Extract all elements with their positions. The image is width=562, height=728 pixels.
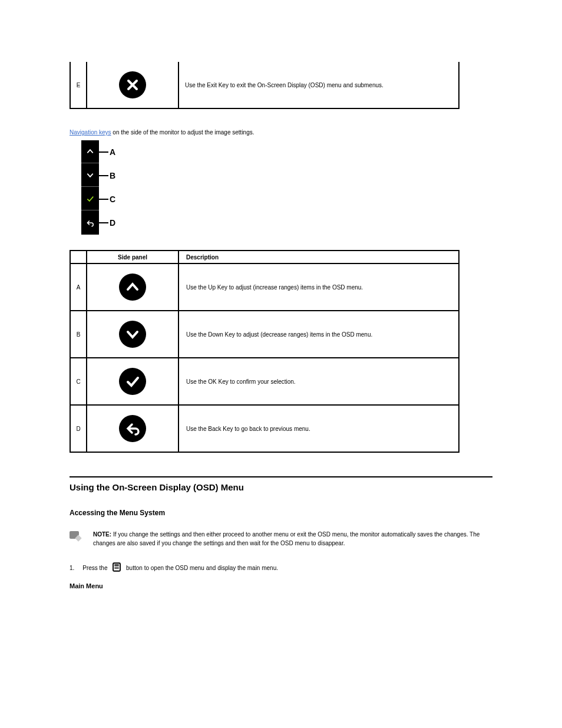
table-row: B Use the Down Key to adjust (decrease r… xyxy=(70,311,459,358)
divider xyxy=(70,476,492,477)
osd-side-figure: A B C D xyxy=(81,140,120,239)
table-row: D Use the Back Key to go back to previou… xyxy=(70,405,459,452)
svg-rect-1 xyxy=(115,565,120,566)
close-icon xyxy=(119,71,146,98)
sub-title: Accessing the Menu System xyxy=(70,509,562,517)
chevron-down-icon xyxy=(86,171,94,179)
nav-head-desc: Description xyxy=(178,251,459,263)
menu-button-icon xyxy=(111,562,122,575)
table-row: A Use the Up Key to adjust (increase ran… xyxy=(70,263,459,311)
row-letter-e: E xyxy=(70,62,87,108)
exit-desc: Use the Exit Key to exit the On-Screen D… xyxy=(178,62,459,108)
chevron-down-icon xyxy=(119,321,146,348)
exit-icon-cell xyxy=(87,62,178,108)
nav-head-panel: Side panel xyxy=(87,251,178,263)
chevron-up-icon xyxy=(119,274,146,301)
check-icon xyxy=(119,368,146,395)
chevron-up-icon xyxy=(86,147,94,156)
section-title: Using the On-Screen Display (OSD) Menu xyxy=(70,482,562,492)
main-menu-caption: Main Menu xyxy=(70,582,562,589)
note-label: NOTE: xyxy=(93,531,111,538)
step-1: 1. Press the button to open the OSD menu… xyxy=(70,562,492,575)
exit-key-row-table: E Use the Exit Key to exit the On-Screen… xyxy=(70,62,459,109)
nav-keys-table: Side panel Description A Use the Up Key … xyxy=(70,250,459,453)
nav-keys-link[interactable]: Navigation keys xyxy=(70,129,111,136)
check-icon xyxy=(86,195,94,203)
note-body: If you change the settings and then eith… xyxy=(93,531,480,546)
note-icon xyxy=(70,531,79,539)
back-icon xyxy=(86,219,94,227)
back-icon xyxy=(119,415,146,442)
note: NOTE: If you change the settings and the… xyxy=(70,530,494,548)
table-row: C Use the OK Key to confirm your selecti… xyxy=(70,358,459,405)
nav-keys-note: Navigation keys on the side of the monit… xyxy=(70,129,562,136)
